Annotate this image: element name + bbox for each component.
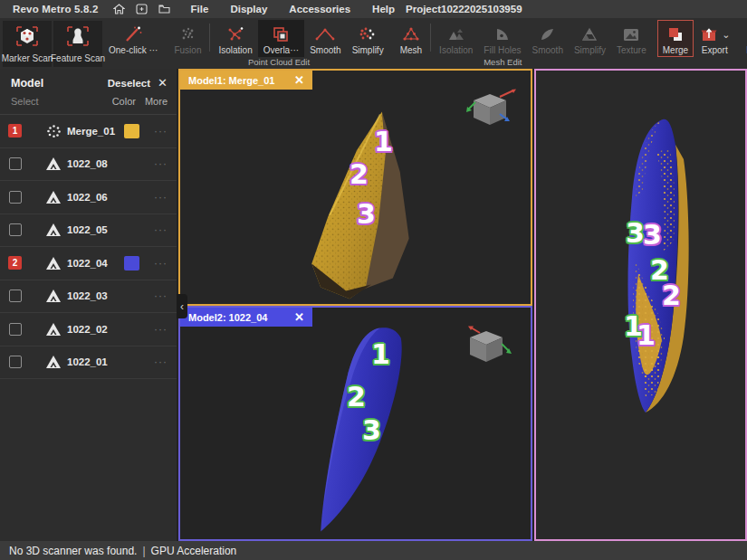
color-column-label: Color [112,96,136,107]
model-list: 1 Merge_01 ··· 1022_08 ··· [0,115,177,379]
model-checkbox[interactable] [9,191,22,204]
fill-holes-label: Fill Holes [484,44,521,56]
mesh-smooth-button[interactable]: Smooth [526,20,568,57]
marker-scan-button[interactable]: Marker Scan [3,21,52,67]
viewport1-tab[interactable]: Model1: Merge_01 ✕ [180,71,312,90]
pc-isolation-button[interactable]: Isolation [213,20,257,57]
model-name: 1022_03 [67,290,108,301]
merge-button[interactable]: Merge [657,20,694,57]
export-button[interactable]: ⌄ Export [694,20,735,57]
viewport2-tab[interactable]: Model2: 1022_04 ✕ [180,308,312,327]
overlap-button[interactable]: Overla··· [258,20,304,57]
mesh-label: Mesh [400,44,422,56]
feature-scan-button[interactable]: Feature Scan [53,21,102,67]
model-name: 1022_08 [67,158,108,169]
point-cloud-edit-group: Fusion Isolation [168,20,388,69]
marker-2: 2 [350,161,369,188]
gpu-acceleration-label: GPU Acceleration [151,545,237,557]
new-project-icon[interactable] [136,3,148,15]
mesh-smooth-icon [537,24,559,44]
model-panel: Model Deselect ✕ Select Color More 1 [0,69,177,541]
merged-3d-object[interactable] [536,71,745,539]
marker-1: 1 [374,128,393,156]
mesh-isolation-button[interactable]: Isolation [434,20,478,57]
menubar: File Display Accessories Help [191,4,395,14]
deselect-button[interactable]: Deselect [108,78,150,89]
export-chevron-icon[interactable]: ⌄ [722,30,730,39]
panel-close-icon[interactable]: ✕ [158,76,168,90]
model-row-1022-04[interactable]: 2 1022_04 ··· [0,247,177,280]
viewport2-close-icon[interactable]: ✕ [294,310,304,324]
model-row-1022-01[interactable]: 1022_01 ··· [0,346,177,380]
export-label: Export [702,44,728,56]
revo-design-button[interactable]: R Revo Design [741,20,747,57]
model-checkbox[interactable] [9,323,22,336]
one-click-button[interactable]: One-click ··· [103,20,163,57]
mesh-simplify-button[interactable]: Simplify [569,20,611,57]
row-more-icon[interactable]: ··· [154,356,168,368]
select-label[interactable]: Select [11,96,39,107]
row-more-icon[interactable]: ··· [154,157,168,170]
viewport2-navigation-cube[interactable] [462,324,514,369]
mesh-model-icon [45,256,62,271]
row-more-icon[interactable]: ··· [154,223,168,236]
mesh-model-icon [45,355,62,369]
model-checkbox[interactable] [9,223,22,236]
row-more-icon[interactable]: ··· [154,191,168,204]
model-checkbox[interactable] [9,289,22,302]
menu-accessories[interactable]: Accessories [289,4,350,14]
row-more-icon[interactable]: ··· [154,125,168,138]
home-icon[interactable] [113,3,126,15]
model-color-swatch[interactable] [124,124,139,138]
model-color-swatch[interactable] [124,256,139,271]
texture-image-icon [620,24,642,44]
overlap-squares-icon [271,24,291,44]
viewport1-close-icon[interactable]: ✕ [294,73,304,87]
model-row-1022-05[interactable]: 1022_05 ··· [0,214,177,248]
simplify-dots-icon [357,24,378,44]
project-name: Project10222025103959 [406,0,522,18]
model-checkbox[interactable] [9,157,22,170]
model-checkbox[interactable] [9,356,22,368]
titlebar: Revo Metro 5.8.2 File Display Accessorie… [0,0,747,18]
row-more-icon[interactable]: ··· [154,257,168,270]
merged-marker-3-green: 3 [626,220,645,247]
merge-label: Merge [663,44,688,56]
fusion-button[interactable]: Fusion [168,20,206,57]
pc-simplify-button[interactable]: Simplify [347,20,389,57]
one-click-label: One-click ··· [109,44,158,56]
mesh-button[interactable]: Mesh [395,20,427,57]
menu-display[interactable]: Display [230,4,267,14]
mesh-simplify-label: Simplify [574,44,606,56]
app-title: Revo Metro 5.8.2 [13,4,99,14]
viewport-model1[interactable]: Model1: Merge_01 ✕ [178,69,532,306]
pc-smooth-button[interactable]: Smooth [304,20,346,57]
viewport1-navigation-cube[interactable] [465,87,518,132]
viewport-merged[interactable]: 3 3 2 2 1 1 [534,69,747,541]
model-name: 1022_02 [67,324,108,335]
viewport-model2[interactable]: Model2: 1022_04 ✕ 1 2 3 [178,306,532,541]
texture-button[interactable]: Texture [611,20,652,57]
mesh-isolation-icon [445,24,467,44]
menu-file[interactable]: File [191,4,209,14]
model-name: 1022_04 [67,258,108,269]
model-row-merge-01[interactable]: 1 Merge_01 ··· [0,115,177,148]
feature-scan-icon [65,25,91,51]
statusbar: No 3D scanner was found. | GPU Accelerat… [0,541,747,560]
merged-marker-3-purple: 3 [643,222,662,249]
row-more-icon[interactable]: ··· [154,323,168,336]
mesh-edit-group: Mesh Isolation [395,20,611,69]
model-row-1022-06[interactable]: 1022_06 ··· [0,181,177,214]
overlap-label: Overla··· [263,44,299,56]
mesh-smooth-label: Smooth [532,44,562,56]
model-name: 1022_05 [67,224,108,235]
sidebar-collapse-handle[interactable]: ‹ [177,294,187,318]
fill-holes-button[interactable]: Fill Holes [478,20,526,57]
open-folder-icon[interactable] [158,3,171,15]
model-row-1022-08[interactable]: 1022_08 ··· [0,148,177,182]
model-row-1022-02[interactable]: 1022_02 ··· [0,313,177,346]
row-more-icon[interactable]: ··· [154,289,168,302]
menu-help[interactable]: Help [372,4,395,14]
model-row-1022-03[interactable]: 1022_03 ··· [0,280,177,314]
point-cloud-edit-caption: Point Cloud Edit [168,57,388,69]
